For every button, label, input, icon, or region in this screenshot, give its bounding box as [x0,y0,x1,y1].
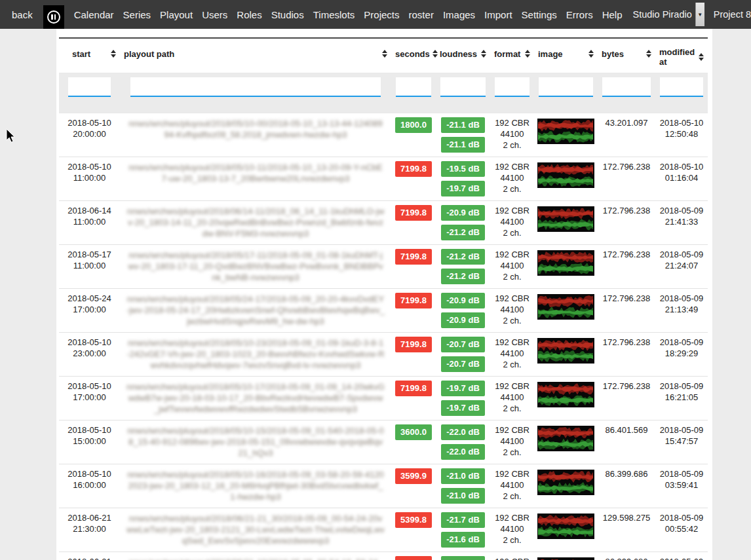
cell-image [534,289,598,333]
cell-start: 2018-05-1020:00:00 [59,113,120,157]
nav-item-playout[interactable]: Playout [160,9,193,20]
column-header-loudness[interactable]: loudness [436,38,490,73]
sort-icon[interactable] [481,47,486,60]
nav-item-users[interactable]: Users [202,9,227,20]
column-header-modified[interactable]: modified at [655,38,708,73]
cell-bytes: 172.796.238 [598,157,655,201]
cell-bytes: 172.796.238 [598,245,655,289]
filter-input-image[interactable] [539,77,593,97]
cell-playout-path: nnws/wrchws/pluyout/2018/05/17-11/2018-0… [120,245,391,289]
nav-items: CalendarSeriesPlayoutUsersRolesStudiosTi… [69,9,627,20]
nav-item-studios[interactable]: Studios [271,9,304,20]
sort-icon[interactable] [588,47,594,60]
nav-item-help[interactable]: Help [602,9,623,20]
table-row: 2018-05-1015:00:00nnws/wrchws/pluyout/20… [59,420,708,464]
nav-item-settings[interactable]: Settings [522,9,557,20]
filter-input-path[interactable] [130,77,381,97]
loudness-badge: -22.0 dB [441,424,485,440]
filter-input-seconds[interactable] [396,77,431,97]
waveform-thumbnail [537,338,594,364]
sort-icon[interactable] [433,47,438,60]
nav-item-roles[interactable]: Roles [237,9,261,20]
cell-format: 192 CBR441002 ch. [490,113,534,157]
cell-loudness: -19.5 dB-19.7 dB [436,157,490,201]
nav-item-errors[interactable]: Errors [566,9,593,20]
piradio-logo-icon[interactable] [43,5,64,29]
cell-seconds: 7199.8 [391,333,436,377]
cell-image [534,245,598,289]
cell-start: 2018-05-2417:00:00 [59,289,120,333]
cell-start: 2018-05-1016:00:00 [59,464,120,508]
sort-icon[interactable] [111,47,116,60]
sort-icon[interactable] [699,50,704,64]
cell-playout-path: nnws/wrchws/pluyout/2018/05/10-15/2018-0… [120,420,391,464]
waveform-thumbnail [537,382,594,407]
cell-loudness: -21.0 dB-21.0 dB [436,464,490,508]
loudness-badge: -22.0 dB [441,444,485,460]
cell-loudness: -20.9 dB-20.9 dB [436,289,490,333]
blurred-path-text: nnws/wrchws/pluyout/2018/06/21-21_30/201… [121,512,390,547]
cell-start: 2018-05-1017:00:00 [59,377,120,420]
loudness-badge: -21.2 dB [441,269,485,284]
column-header-image[interactable]: image [534,38,598,73]
filter-input-bytes[interactable] [602,77,651,97]
cell-playout-path: nnws/wrchws/pluyout/2018/06/21-10/2018-0… [120,552,391,560]
nav-item-series[interactable]: Series [123,9,151,20]
cell-bytes: 86.401.569 [598,420,655,464]
nav-item-timeslots[interactable]: Timeslots [313,9,355,20]
filter-input-start[interactable] [68,77,111,97]
nav-item-calendar[interactable]: Calendar [74,9,114,20]
project-select[interactable]: Project 88vier ▼ [714,3,751,26]
column-header-path[interactable]: playout path [120,38,391,73]
column-label: loudness [440,49,477,59]
cell-bytes: 129.598.275 [598,508,655,552]
right-page-gutter [712,29,751,560]
column-header-format[interactable]: format [490,38,534,73]
nav-item-images[interactable]: Images [443,9,475,20]
nav-item-roster[interactable]: roster [409,9,434,20]
cell-modified-at: 2018-05-0921:24:07 [655,245,708,289]
cell-image [534,113,598,157]
back-button[interactable]: back [12,9,33,20]
sort-icon[interactable] [525,47,530,60]
cell-playout-path: nnws/wrchws/pluyout/2018/05/24-17/2018-0… [120,289,391,333]
loudness-badge: -21.0 dB [441,488,485,504]
loudness-badge: -21.7 dB [441,512,485,528]
table-row: 2018-05-1016:00:00nnws/wrchws/pluyout/20… [59,464,708,508]
cell-image [534,552,598,560]
waveform-thumbnail [537,470,594,495]
sort-icon[interactable] [382,47,387,60]
project-select-value: Project 88vier [714,9,751,20]
cell-seconds: 5399.8 [391,508,436,552]
seconds-badge: 3599.9 [395,556,432,560]
cell-bytes: 172.796.238 [598,289,655,333]
column-header-seconds[interactable]: seconds [391,38,436,73]
cell-loudness: -22.0 dB-22.0 dB [436,420,490,464]
column-header-bytes[interactable]: bytes [598,38,655,73]
filter-input-modified[interactable] [660,77,703,97]
nav-item-projects[interactable]: Projects [364,9,399,20]
filter-input-format[interactable] [495,77,530,97]
filter-input-loudness[interactable] [440,77,486,97]
cell-playout-path: nnws/wrchws/pluyout/2018/06/14-11/2018_0… [120,201,391,245]
column-header-start[interactable]: start [59,38,120,73]
cell-bytes: 172.796.238 [598,333,655,377]
nav-item-import[interactable]: Import [484,9,512,20]
chevron-down-icon[interactable]: ▼ [695,3,704,26]
cell-seconds: 3599.9 [391,552,436,560]
column-label: start [72,49,90,59]
sort-icon[interactable] [646,47,651,60]
studio-select[interactable]: Studio Piradio ▼ [633,3,704,26]
cell-modified-at: 2018-05-0916:21:05 [655,377,708,420]
table-row: 2018-05-1017:00:00nnws/wrchws/pluyout/20… [59,377,708,420]
cell-start: 2018-05-1011:00:00 [59,157,120,201]
waveform-thumbnail [537,294,594,320]
seconds-badge: 7199.8 [395,205,432,221]
cell-loudness: -19.7 dB-19.4 dB [436,552,490,560]
waveform-thumbnail [537,250,594,276]
loudness-badge: -21.2 dB [441,225,485,240]
loudness-badge: -20.7 dB [441,337,485,352]
blurred-path-text: nnws/wrchws/pluyout/2018/05/10-00/2018-0… [121,117,390,141]
cell-modified-at: 2018-05-0900:55:42 [655,508,708,552]
column-label: format [494,49,520,59]
